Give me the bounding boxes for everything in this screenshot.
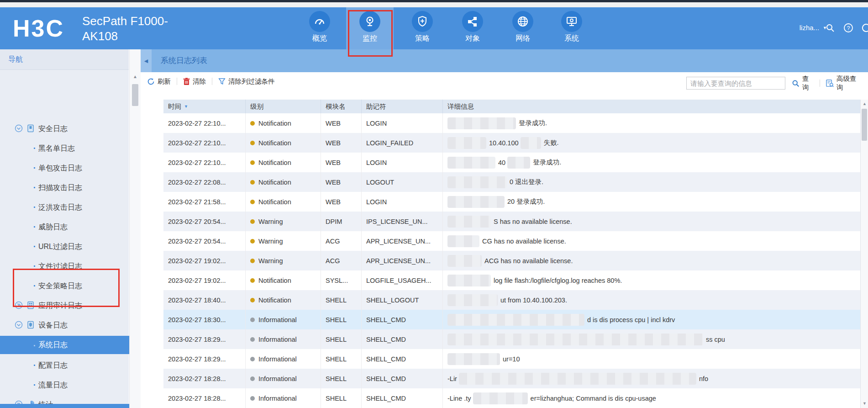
log-row-9[interactable]: 2023-02-27 18:40...NotificationSHELLSHEL… — [163, 290, 860, 310]
sidebar-item-1[interactable]: 黑名单日志 — [0, 138, 142, 158]
sidebar-item-10[interactable]: 设备日志 — [0, 315, 142, 335]
scroll-down-arrow[interactable]: ▼ — [861, 400, 868, 407]
advanced-query-label: 高级查询 — [836, 74, 860, 92]
sidebar-item-label: 应用审计日志 — [38, 296, 82, 315]
nav-item-label: 网络 — [499, 34, 547, 43]
column-header-0[interactable]: 时间▼ — [163, 100, 246, 113]
refresh-button[interactable]: 刷新 — [147, 77, 171, 86]
clear-button[interactable]: 清除 — [183, 77, 206, 86]
cell-time: 2023-02-27 19:02... — [163, 251, 246, 270]
level-dot-warning — [250, 259, 255, 263]
redaction-blob — [447, 117, 516, 129]
search-icon[interactable] — [824, 22, 836, 34]
sidebar-item-11[interactable]: 系统日志 — [0, 336, 142, 355]
sidebar-item-4[interactable]: 泛洪攻击日志 — [0, 197, 142, 217]
detail-text: ss cpu — [706, 336, 725, 343]
redaction-blob — [447, 196, 505, 208]
magnifier-icon — [792, 79, 800, 87]
sidebar-item-0[interactable]: 安全日志 — [0, 119, 142, 138]
clear-column-filter-button[interactable]: 清除列过滤条件 — [218, 77, 275, 86]
column-header-label: 详细信息 — [447, 102, 474, 111]
log-row-13[interactable]: 2023-02-27 18:28...InformationalSHELLSHE… — [163, 369, 860, 388]
sidebar-item-13[interactable]: 流量日志 — [0, 375, 142, 395]
nav-item-system[interactable]: 系统 — [548, 7, 595, 49]
nav-item-overview[interactable]: 概览 — [296, 7, 343, 49]
sort-desc-icon[interactable]: ▼ — [184, 104, 188, 109]
scrollbar-thumb[interactable] — [132, 84, 138, 106]
log-row-7[interactable]: 2023-02-27 19:02...WarningACGAPR_LICENSE… — [163, 251, 860, 270]
level-label: Warning — [258, 218, 283, 225]
sidebar-item-5[interactable]: 威胁日志 — [0, 217, 142, 237]
detail-text: 0 退出登录. — [510, 178, 543, 186]
sidebar-scrollbar[interactable]: ▲ — [129, 49, 141, 408]
cell-time: 2023-02-27 21:58... — [163, 192, 246, 212]
scroll-up-arrow[interactable]: ▲ — [132, 73, 139, 80]
sidebar-item-2[interactable]: 单包攻击日志 — [0, 158, 142, 178]
redaction-blob — [507, 157, 530, 169]
refresh-icon[interactable] — [860, 22, 868, 34]
chevron-down-circle-icon[interactable] — [15, 124, 23, 132]
sidebar-item-7[interactable]: 文件过滤日志 — [0, 256, 142, 276]
log-row-14[interactable]: 2023-02-27 18:28...InformationalSHELLSHE… — [163, 388, 860, 408]
cell-module: SHELL — [321, 349, 362, 369]
cell-level: Notification — [246, 113, 321, 133]
detail-text: 登录成功. — [519, 119, 547, 127]
cell-detail: log file flash:/logfile/cfglog.log reach… — [443, 270, 860, 290]
nav-item-policy[interactable]: 策略 — [399, 7, 446, 49]
log-row-4[interactable]: 2023-02-27 21:58...NotificationWEBLOGIN2… — [163, 192, 860, 212]
redaction-blob — [447, 275, 491, 286]
log-row-2[interactable]: 2023-02-27 22:10...NotificationWEBLOGIN4… — [163, 153, 860, 172]
sidebar-item-label: 扫描攻击日志 — [38, 178, 82, 197]
collapse-sidebar-button[interactable]: ◀ — [141, 49, 152, 72]
log-row-5[interactable]: 2023-02-27 20:54...WarningDPIMIPS_LICENS… — [163, 212, 860, 231]
log-row-6[interactable]: 2023-02-27 20:54...WarningACGAPR_LICENSE… — [163, 231, 860, 251]
log-row-3[interactable]: 2023-02-27 22:08...NotificationWEBLOGOUT… — [163, 172, 860, 192]
sidebar-item-3[interactable]: 扫描攻击日志 — [0, 178, 142, 197]
nav-item-monitor[interactable]: 监控 — [346, 7, 394, 49]
cell-mnemonic: APR_LICENSE_UN... — [362, 231, 443, 251]
gauge-icon — [309, 11, 330, 32]
column-header-1[interactable]: 级别 — [246, 100, 321, 113]
cell-module: SHELL — [321, 329, 362, 349]
level-dot-informational — [250, 357, 255, 361]
cell-level: Notification — [246, 133, 321, 153]
tab-bar: ◀ 系统日志列表 — [141, 49, 868, 72]
column-header-3[interactable]: 助记符 — [362, 100, 443, 113]
detail-text: 40 — [498, 159, 505, 166]
help-icon[interactable]: ? — [842, 22, 854, 34]
level-dot-notification — [250, 141, 255, 145]
sidebar-item-8[interactable]: 安全策略日志 — [0, 276, 142, 296]
sidebar-item-6[interactable]: URL过滤日志 — [0, 237, 142, 256]
user-menu[interactable]: lizha... ▼ — [800, 24, 827, 32]
chevron-down-circle-icon[interactable] — [15, 321, 23, 329]
chevron-right-circle-icon[interactable] — [15, 301, 23, 309]
redaction-blob — [473, 392, 528, 404]
log-row-11[interactable]: 2023-02-27 18:29...InformationalSHELLSHE… — [163, 329, 860, 349]
redaction-blob — [447, 235, 479, 247]
scroll-up-arrow[interactable]: ▲ — [861, 101, 868, 107]
query-button[interactable]: 查询 — [792, 74, 814, 92]
column-header-4[interactable]: 详细信息 — [443, 100, 860, 113]
log-row-10[interactable]: 2023-02-27 18:30...InformationalSHELLSHE… — [163, 310, 860, 329]
search-input[interactable] — [686, 77, 785, 90]
redaction-blob — [447, 157, 495, 169]
sidebar-item-9[interactable]: 应用审计日志 — [0, 296, 142, 315]
nav-item-network[interactable]: 网络 — [499, 7, 547, 49]
audit-doc-icon — [26, 301, 35, 309]
detail-text: CG has no available license. — [482, 238, 566, 245]
level-label: Notification — [258, 179, 291, 186]
advanced-query-button[interactable]: 高级查询 — [826, 74, 860, 92]
nav-item-objects[interactable]: 对象 — [449, 7, 496, 49]
log-row-1[interactable]: 2023-02-27 22:10...NotificationWEBLOGIN_… — [163, 133, 860, 153]
level-label: Notification — [258, 159, 291, 166]
scrollbar-thumb[interactable] — [862, 109, 867, 141]
log-row-12[interactable]: 2023-02-27 18:29...InformationalSHELLSHE… — [163, 349, 860, 369]
cell-time: 2023-02-27 22:08... — [163, 172, 246, 192]
table-scrollbar[interactable]: ▲ ▼ — [860, 100, 868, 408]
tab-system-log-list[interactable]: 系统日志列表 — [161, 49, 207, 72]
log-row-8[interactable]: 2023-02-27 19:02...NotificationSYSL...LO… — [163, 270, 860, 290]
cell-mnemonic: SHELL_CMD — [362, 310, 443, 329]
sidebar-item-12[interactable]: 配置日志 — [0, 355, 142, 375]
log-row-0[interactable]: 2023-02-27 22:10...NotificationWEBLOGIN登… — [163, 113, 860, 133]
column-header-2[interactable]: 模块名 — [321, 100, 362, 113]
